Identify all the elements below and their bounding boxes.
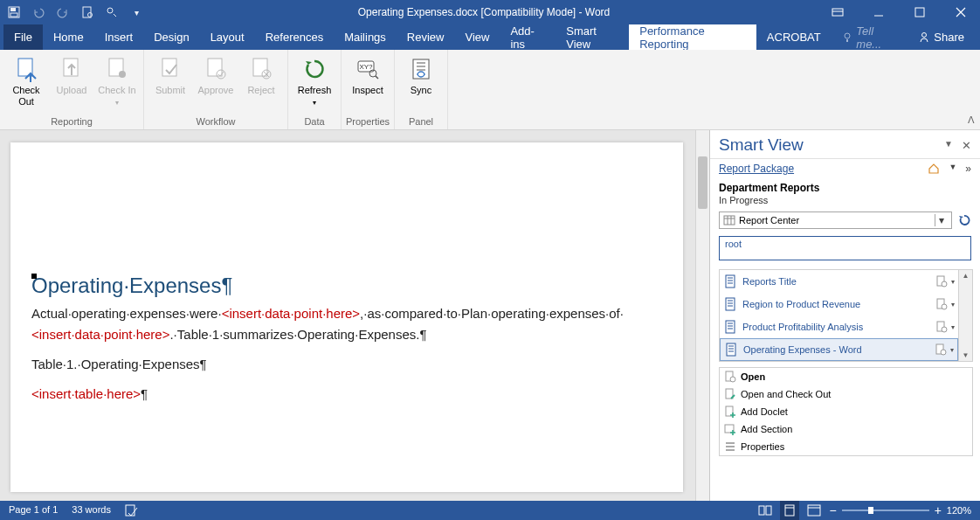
save-icon[interactable]	[7, 5, 21, 19]
refresh-button[interactable]: Refresh▾	[292, 53, 337, 116]
panel-search-input[interactable]: root	[719, 236, 971, 260]
package-name: Department Reports	[719, 182, 819, 194]
document-page[interactable]: Operating·Expenses¶ Actual·operating·exp…	[10, 142, 683, 492]
zoom-slider[interactable]	[842, 510, 929, 511]
svg-point-33	[942, 327, 947, 332]
svg-point-27	[942, 281, 947, 287]
zoom-in-button[interactable]: +	[935, 503, 942, 517]
action-properties[interactable]: Properties	[720, 438, 972, 455]
svg-rect-46	[808, 505, 820, 516]
svg-rect-23	[413, 59, 429, 79]
action-icon[interactable]	[934, 296, 949, 312]
tree-item-region-revenue[interactable]: Region to Product Revenue ▾	[720, 293, 958, 315]
svg-rect-31	[726, 321, 735, 333]
doc-paragraph-3: <insert·table·here>¶	[31, 384, 669, 405]
chevron-down-icon[interactable]: ▾	[951, 278, 955, 286]
tab-layout[interactable]: Layout	[200, 24, 255, 50]
tab-home[interactable]: Home	[43, 24, 94, 50]
svg-rect-3	[83, 7, 91, 17]
inspect-button[interactable]: XY? Inspect	[345, 53, 390, 116]
minimize-icon[interactable]	[859, 0, 898, 24]
tab-performance-reporting[interactable]: Performance Reporting	[629, 24, 756, 50]
tree-scrollbar[interactable]: ▲▼	[958, 270, 972, 361]
panel-close-icon[interactable]: ✕	[962, 139, 971, 152]
panel-menu-icon[interactable]: ▼	[944, 139, 953, 152]
doclet-icon	[723, 296, 739, 312]
tree-item-reports-title[interactable]: Reports Title ▾	[720, 270, 958, 293]
tab-references[interactable]: References	[255, 24, 334, 50]
zoom-out-button[interactable]: −	[829, 503, 836, 517]
close-icon[interactable]	[941, 0, 980, 24]
submit-icon	[156, 55, 184, 83]
sync-icon	[407, 55, 435, 83]
doclet-icon	[724, 342, 740, 357]
home-icon[interactable]	[928, 163, 940, 175]
svg-point-14	[119, 71, 126, 78]
svg-point-10	[922, 32, 927, 37]
upload-icon	[58, 55, 86, 83]
tab-view[interactable]: View	[454, 24, 500, 50]
undo-icon[interactable]	[31, 5, 45, 19]
action-icon[interactable]	[934, 274, 949, 289]
doc-scrollbar[interactable]	[695, 130, 709, 501]
chevron-down-icon[interactable]: ▾	[951, 301, 955, 309]
tab-design[interactable]: Design	[143, 24, 199, 50]
collapse-ribbon-icon[interactable]: ᐱ	[968, 114, 975, 126]
svg-point-8	[845, 33, 850, 38]
tab-addins[interactable]: Add-ins	[500, 24, 556, 50]
panel-expand-icon[interactable]: »	[965, 163, 971, 175]
action-icon[interactable]	[933, 342, 949, 357]
action-open-checkout[interactable]: Open and Check Out	[720, 385, 972, 403]
group-properties: Properties	[342, 116, 394, 129]
panel-title: Smart View	[719, 135, 944, 155]
sync-button[interactable]: Sync	[398, 53, 444, 116]
chevron-down-icon[interactable]: ▾	[950, 346, 954, 354]
tab-review[interactable]: Review	[397, 24, 455, 50]
checkin-icon	[103, 55, 131, 83]
view-web-icon[interactable]	[804, 501, 824, 520]
action-add-doclet[interactable]: Add Doclet	[720, 403, 972, 420]
status-proofing-icon[interactable]	[125, 504, 139, 517]
checkout-button[interactable]: Check Out	[3, 53, 49, 116]
qat-customize-icon[interactable]: ▾	[129, 5, 143, 19]
chevron-down-icon[interactable]: ▾	[935, 214, 948, 226]
panel-dropdown-icon[interactable]: ▼	[949, 163, 956, 175]
svg-rect-43	[759, 506, 764, 515]
svg-rect-6	[832, 9, 843, 16]
status-words[interactable]: 33 words	[72, 504, 111, 517]
panel-refresh-icon[interactable]	[957, 213, 971, 227]
redo-icon[interactable]	[56, 5, 70, 19]
svg-text:XY?: XY?	[359, 63, 373, 71]
share-button[interactable]: Share	[908, 24, 975, 50]
view-print-icon[interactable]	[780, 501, 799, 520]
tree-item-product-profitability[interactable]: Product Profitability Analysis ▾	[720, 315, 958, 338]
chevron-down-icon[interactable]: ▾	[951, 323, 955, 331]
qat-doc-icon[interactable]	[80, 5, 94, 19]
reject-button: Reject	[238, 53, 284, 116]
tab-insert[interactable]: Insert	[94, 24, 144, 50]
tab-file[interactable]: File	[3, 24, 43, 50]
report-package-link[interactable]: Report Package	[719, 163, 928, 175]
approve-icon	[202, 55, 230, 83]
chevron-down-icon: ▾	[115, 99, 119, 107]
maximize-icon[interactable]	[900, 0, 939, 24]
svg-rect-2	[10, 13, 17, 17]
view-read-icon[interactable]	[756, 501, 775, 520]
tab-smartview[interactable]: Smart View	[556, 24, 629, 50]
tell-me-input[interactable]: Tell me...	[832, 24, 908, 50]
doc-paragraph-2: Table·1.·Operating·Expenses¶	[31, 354, 669, 375]
bullet-mark	[31, 274, 37, 279]
tree-item-operating-expenses[interactable]: Operating Expenses - Word ▾	[720, 338, 958, 361]
action-icon[interactable]	[934, 319, 949, 335]
report-center-combo[interactable]: Report Center ▾	[719, 211, 952, 229]
svg-rect-24	[724, 216, 735, 225]
qat-misc-icon[interactable]	[105, 5, 119, 19]
zoom-level[interactable]: 120%	[947, 505, 971, 516]
status-page[interactable]: Page 1 of 1	[9, 504, 58, 517]
action-add-section[interactable]: Add Section	[720, 420, 972, 438]
tab-acrobat[interactable]: ACROBAT	[756, 24, 832, 50]
ribbon-display-icon[interactable]	[818, 0, 857, 24]
action-open[interactable]: Open	[720, 368, 972, 385]
checkout-icon	[12, 55, 40, 83]
tab-mailings[interactable]: Mailings	[334, 24, 397, 50]
